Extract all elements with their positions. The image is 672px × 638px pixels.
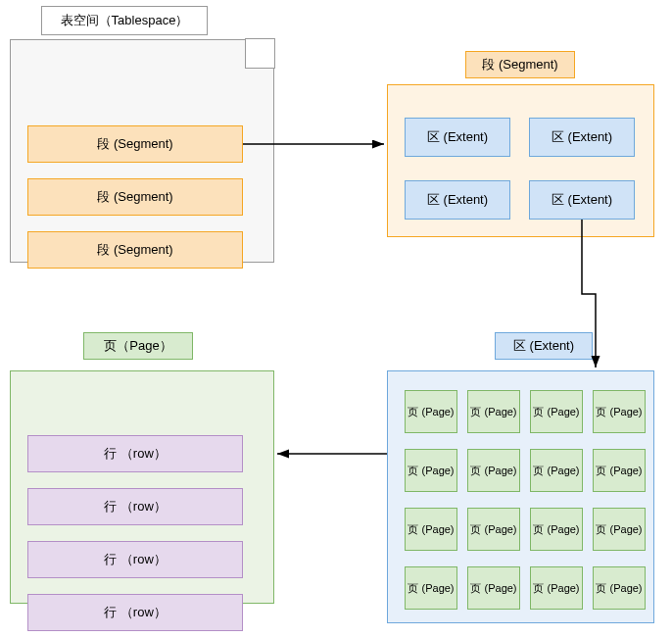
row-item: 行 （row） [27, 594, 243, 631]
page-item: 页 (Page) [467, 449, 520, 492]
segment-item: 段 (Segment) [27, 231, 243, 269]
page-item: 页 (Page) [593, 566, 646, 610]
page-item: 页 (Page) [405, 508, 457, 551]
page-item: 页 (Page) [467, 566, 520, 610]
page-item: 页 (Page) [405, 390, 457, 433]
page-item: 页 (Page) [467, 390, 520, 433]
page-item: 页 (Page) [405, 449, 457, 492]
tablespace-title: 表空间（Tablespace） [41, 6, 208, 35]
extent-item: 区 (Extent) [405, 180, 510, 220]
extent-title: 区 (Extent) [495, 332, 593, 360]
extent-item: 区 (Extent) [529, 180, 635, 220]
segment-item: 段 (Segment) [27, 125, 243, 163]
page-item: 页 (Page) [530, 508, 583, 551]
page-item: 页 (Page) [467, 508, 520, 551]
segment-title: 段 (Segment) [465, 51, 575, 78]
page-item: 页 (Page) [593, 508, 646, 551]
row-item: 行 （row） [27, 488, 243, 525]
dogear-icon [245, 39, 274, 69]
page-item: 页 (Page) [593, 449, 646, 492]
row-item: 行 （row） [27, 541, 243, 578]
page-item: 页 (Page) [405, 566, 457, 610]
page-item: 页 (Page) [530, 390, 583, 433]
extent-item: 区 (Extent) [405, 118, 510, 157]
page-item: 页 (Page) [530, 449, 583, 492]
row-item: 行 （row） [27, 435, 243, 472]
page-title: 页（Page） [83, 332, 193, 360]
page-item: 页 (Page) [593, 390, 646, 433]
segment-item: 段 (Segment) [27, 178, 243, 216]
extent-item: 区 (Extent) [529, 118, 635, 157]
page-item: 页 (Page) [530, 566, 583, 610]
